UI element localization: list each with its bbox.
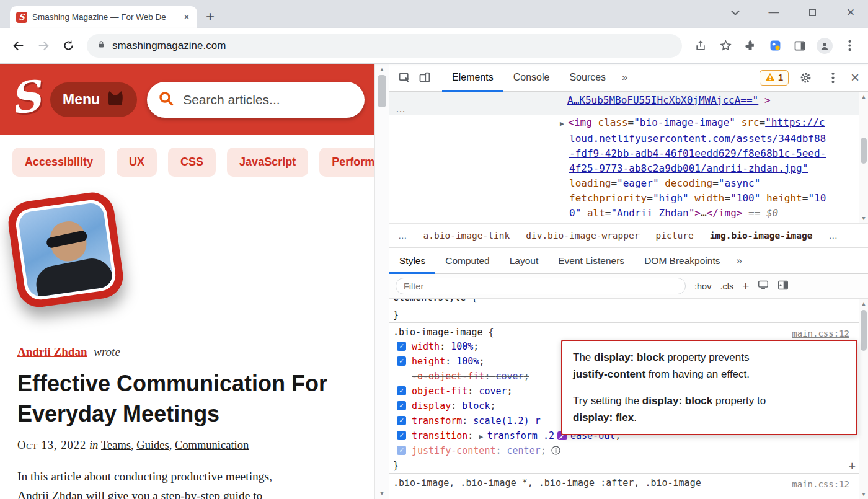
scroll-up-icon[interactable]: ▲ [859,301,868,307]
property-row-justify-content[interactable]: ✓ justify-content: center; [389,443,868,458]
css-declaration-overridden[interactable]: -o-object-fit: cover; [412,371,529,382]
tag-link-teams[interactable]: Teams [101,439,131,451]
author-link[interactable]: Andrii Zhdan [17,345,87,358]
maximize-icon[interactable] [805,5,820,20]
scroll-down-icon[interactable]: ▼ [375,490,389,497]
sidebar-dock-icon[interactable] [777,280,789,293]
tab-styles[interactable]: Styles [389,248,435,274]
css-declaration-inactive[interactable]: justify-content: center; [412,445,546,456]
settings-gear-icon[interactable] [796,68,816,87]
window-close-icon[interactable]: × [843,5,858,20]
css-declaration[interactable]: transform: scale(1.2) r [412,415,541,426]
rule-selector[interactable]: .bio-image, .bio-image *, .bio-image :af… [393,477,701,488]
browser-kebab-icon[interactable] [838,35,861,57]
smashing-logo[interactable]: S [7,74,43,120]
url-text[interactable]: smashingmagazine.com [112,40,226,52]
forward-icon[interactable] [32,35,55,57]
extensions-puzzle-icon[interactable] [739,35,761,57]
issues-badge[interactable]: 1 [760,70,789,86]
info-icon[interactable] [551,444,560,459]
reload-icon[interactable] [57,35,79,57]
img-close-row[interactable]: 0" alt="Andrii Zhdan">…</img> == $0 [569,206,868,221]
scroll-up-icon[interactable]: ▲ [859,94,868,100]
pill-performance[interactable]: Performance [319,148,374,177]
devtools-kebab-icon[interactable] [823,68,843,87]
tab-layout[interactable]: Layout [500,248,549,274]
property-checkbox[interactable]: ✓ [397,416,406,425]
overflow-ellipsis[interactable]: … [396,104,405,115]
url-wrap-row[interactable]: -fdf9-42bb-adb4-46f01eedd629/f8e68b1c-5e… [569,146,868,161]
tab-elements[interactable]: Elements [442,64,503,92]
css-declaration[interactable]: width: 100%; [412,341,479,352]
back-icon[interactable] [7,35,30,57]
property-checkbox[interactable]: ✓ [397,401,406,410]
inspect-icon[interactable] [394,68,414,87]
side-panel-icon[interactable] [789,35,811,57]
add-rule-button[interactable]: + [849,458,856,473]
pill-css[interactable]: CSS [168,148,216,177]
selected-node-band[interactable]: A…K5ub5MBoFU55IHcXbX0jMWAjccA==" > … [389,92,868,115]
tab-event-listeners[interactable]: Event Listeners [548,248,634,274]
property-checkbox[interactable]: ✓ [397,342,406,351]
page-scrollbar[interactable]: ▲ ▼ [374,64,389,499]
css-declaration[interactable]: object-fit: cover; [412,386,513,397]
profile-avatar[interactable] [813,35,836,57]
url-wrap-row[interactable]: loud.netlifyusercontent.com/assets/344db… [569,131,868,146]
attr-row[interactable]: fetchpriority="high" width="100" height=… [569,191,868,206]
address-bar[interactable]: smashingmagazine.com [87,34,682,58]
share-icon[interactable] [689,35,712,57]
class-toggle[interactable]: .cls [720,281,733,291]
tag-link-communication[interactable]: Communication [175,439,249,451]
browser-tab[interactable]: S Smashing Magazine — For Web De × [10,6,197,28]
tag-link-guides[interactable]: Guides [136,439,169,451]
scroll-down-icon[interactable]: ▼ [859,491,868,497]
styles-scrollbar-thumb[interactable] [861,310,867,351]
crumbs-overflow-right[interactable]: … [829,231,838,241]
elements-scrollbar[interactable]: ▲ ▼ [859,92,868,223]
rendering-emulation-icon[interactable] [758,280,769,293]
pill-javascript[interactable]: JavaScript [227,148,308,177]
property-checkbox[interactable]: ✓ [397,446,406,455]
crumb-bio-image-link[interactable]: a.bio-image-link [423,231,510,241]
crumb-picture[interactable]: picture [656,231,694,241]
page-scrollbar-thumb[interactable] [378,75,386,107]
hover-state-toggle[interactable]: :hov [694,281,711,291]
crumb-bio-image-wrapper[interactable]: div.bio-image-wrapper [526,231,639,241]
pill-accessibility[interactable]: Accessibility [12,148,105,177]
author-photo-link[interactable] [6,190,126,310]
new-tab-button[interactable]: + [206,9,215,24]
minimize-icon[interactable]: — [766,5,781,20]
img-node-row[interactable]: ▶ <img class="bio-image-image" src="http… [569,115,868,131]
lock-icon[interactable] [97,39,106,53]
more-tabs-icon[interactable]: » [616,71,634,84]
scroll-up-icon[interactable]: ▲ [375,66,389,73]
css-declaration[interactable]: transition: ▶ transform .2 [412,430,554,441]
menu-button[interactable]: Menu [50,82,137,117]
filter-input[interactable] [396,278,686,294]
devtools-close-icon[interactable]: × [851,70,859,85]
tab-console[interactable]: Console [503,64,560,92]
pill-ux[interactable]: UX [117,148,157,177]
property-checkbox[interactable]: ✓ [397,356,406,366]
device-toolbar-icon[interactable] [414,68,434,87]
attr-row[interactable]: loading="eager" decoding="async" [569,176,868,191]
rule-header-clipped[interactable]: .bio-image, .bio-image *, .bio-image :af… [389,474,868,490]
extension-icon[interactable] [764,35,786,57]
new-style-rule-button[interactable]: + [742,280,749,293]
more-sidebar-tabs-icon[interactable]: » [730,255,748,267]
styles-scrollbar[interactable]: ▲ ▼ [859,299,868,499]
elements-scrollbar-thumb[interactable] [861,138,867,164]
tab-computed[interactable]: Computed [435,248,500,274]
crumb-bio-image-image[interactable]: img.bio-image-image [710,231,813,241]
picture-close-row[interactable]: </picture> [569,221,868,223]
tab-sources[interactable]: Sources [559,64,616,92]
css-declaration[interactable]: height: 100%; [412,356,484,367]
tab-dom-breakpoints[interactable]: DOM Breakpoints [634,248,730,274]
tab-search-chevron-icon[interactable] [728,5,743,20]
rule-header[interactable]: .bio-image-image { main.css:12 [389,323,868,339]
stylesheet-link[interactable]: main.css:12 [792,476,849,492]
site-search-input[interactable]: Search articles... [147,82,365,118]
tab-close-icon[interactable]: × [182,12,191,22]
url-wrap-row[interactable]: 4f25-9773-ab8c2a9db001/andrii-zhdan.jpg" [569,161,868,176]
crumbs-overflow-left[interactable]: … [398,231,407,241]
